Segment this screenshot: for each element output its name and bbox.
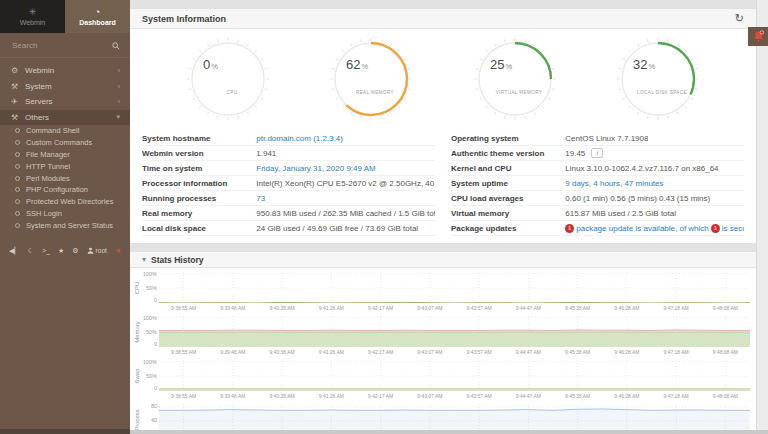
sidebar-subitem-file-manager[interactable]: File Manager [0, 149, 130, 161]
gauge-virtual-memory: 25%VIRTUAL MEMORY [471, 35, 559, 127]
info-value: 615.87 MiB used / 2.5 GiB total [565, 209, 676, 218]
moon-icon: ☾ [28, 247, 34, 255]
refresh-icon[interactable]: ↻ [735, 13, 744, 24]
info-value-link[interactable]: 9 days, 4 hours, 47 minutes [565, 179, 663, 188]
search-icon[interactable] [112, 36, 120, 54]
sidebar-subitem-command-shell[interactable]: Command Shell [0, 125, 130, 137]
gauge-local-disk-space: 32%LOCAL DISK SPACE [614, 35, 702, 127]
x-tick-label: 9:47:18 AM [652, 349, 701, 355]
logout-button[interactable]: ➔ [112, 245, 124, 257]
sidebar-item-system[interactable]: ⚒System‹ [0, 79, 130, 95]
sidebar-subitem-label: Command Shell [26, 126, 79, 135]
sidebar-search [0, 33, 130, 58]
sidebar-item-servers[interactable]: ✈Servers‹ [0, 94, 130, 110]
chart-plot-area [159, 360, 750, 391]
x-tick-label: 9:38:55 AM [159, 305, 208, 311]
x-tick-label: 9:39:46 AM [208, 305, 257, 311]
info-value-link[interactable]: is security update [722, 224, 744, 233]
main-scrollbar[interactable] [756, 0, 768, 434]
count-badge: 1 [565, 224, 574, 233]
night-mode-button[interactable]: ☾ [25, 245, 37, 257]
y-tick-label: 80 [151, 404, 157, 409]
info-value: 950.83 MiB used / 262.35 MiB cached / 1.… [256, 209, 435, 218]
tools-icon: ⚒ [10, 82, 19, 91]
sidebar-subitem-system-and-server-status[interactable]: System and Server Status [0, 219, 130, 231]
x-tick-label: 9:42:17 AM [356, 393, 405, 399]
info-row-time-on-system: Time on systemFriday, January 31, 2020 9… [142, 161, 435, 176]
chart-cpu: CPU100%50%09:38:55 AM9:39:46 AM9:40:36 A… [132, 272, 750, 313]
x-tick-label: 9:43:57 AM [455, 393, 504, 399]
x-tick-label: 9:44:47 AM [504, 305, 553, 311]
info-row-system-hostname: System hostnameptr.domain.com (1.2.3.4) [142, 131, 435, 146]
system-info-grid: System hostnameptr.domain.com (1.2.3.4)W… [130, 129, 756, 243]
sidebar-subitem-ssh-login[interactable]: SSH Login [0, 208, 130, 220]
tab-webmin[interactable]: ✳ Webmin [0, 0, 65, 33]
sidebar-subitem-label: SSH Login [26, 209, 62, 218]
bullet-icon [15, 223, 20, 228]
user-button[interactable]: root [84, 245, 110, 258]
chart-plot-area [159, 272, 750, 303]
sidebar-subitem-custom-commands[interactable]: Custom Commands [0, 137, 130, 149]
info-label: System hostname [142, 134, 256, 143]
info-label: System uptime [451, 179, 565, 188]
bullet-icon [15, 199, 20, 204]
bell-icon [753, 28, 764, 46]
bullet-icon [15, 140, 20, 145]
notifications-bell-button[interactable] [748, 27, 768, 46]
info-value-link[interactable]: package update is available, of which [576, 224, 709, 233]
info-label: Real memory [142, 209, 256, 218]
x-tick-label: 9:48:08 AM [701, 393, 750, 399]
stats-history-header[interactable]: ▾ Stats History [130, 252, 756, 268]
info-value: 0.60 (1 min) 0.56 (5 mins) 0.43 (15 mins… [565, 194, 710, 203]
x-tick-label: 9:48:08 AM [701, 305, 750, 311]
sidebar-subitem-php-configuration[interactable]: PHP Configuration [0, 184, 130, 196]
logout-icon: ➔ [115, 247, 121, 255]
user-icon [87, 247, 94, 256]
sidebar-subitem-label: Custom Commands [26, 138, 92, 147]
stats-history-title: Stats History [151, 255, 203, 265]
x-tick-label: 9:47:18 AM [652, 393, 701, 399]
sidebar-item-webmin[interactable]: ⚙Webmin‹ [0, 63, 130, 79]
terminal-button[interactable]: >_ [39, 245, 53, 257]
info-row-local-disk-space: Local disk space24 GiB used / 49.69 GiB … [142, 221, 435, 236]
x-tick-label: 9:44:47 AM [504, 393, 553, 399]
sidebar-subitem-perl-modules[interactable]: Perl Modules [0, 172, 130, 184]
chevron-icon: ‹ [118, 83, 120, 90]
x-tick-label: 9:41:26 AM [307, 393, 356, 399]
gauge-real-memory: 62%REAL MEMORY [327, 35, 415, 127]
info-value-link[interactable]: 73 [256, 194, 265, 203]
x-tick-label: 9:43:07 AM [405, 393, 454, 399]
info-value: 1.941 [256, 149, 276, 158]
wrench-icon: ⚒ [10, 113, 19, 122]
search-input[interactable] [10, 40, 106, 51]
chart-x-axis: 9:38:55 AM9:39:46 AM9:40:36 AM9:41:26 AM… [159, 391, 750, 401]
sidebar-item-others[interactable]: ⚒Others▾ [0, 110, 130, 126]
bottom-strip [130, 430, 768, 434]
info-value-link[interactable]: Friday, January 31, 2020 9:49 AM [256, 164, 375, 173]
info-value: 24 GiB used / 49.69 GiB free / 73.69 GiB… [256, 224, 418, 233]
bullet-icon [15, 128, 20, 133]
x-tick-label: 9:38:55 AM [159, 393, 208, 399]
info-row-cpu-load-averages: CPU load averages0.60 (1 min) 0.56 (5 mi… [451, 191, 744, 206]
sidebar-subitem-label: Perl Modules [26, 174, 70, 183]
sidebar-subitem-protected-web-directories[interactable]: Protected Web Directories [0, 196, 130, 208]
svg-text:CPU: CPU [226, 90, 237, 95]
x-tick-label: 9:42:17 AM [356, 349, 405, 355]
info-label: Running processes [142, 194, 256, 203]
theme-config-button[interactable]: ⚙ [69, 245, 81, 257]
y-tick-label: 40 [151, 418, 157, 423]
collapse-sidebar-button[interactable]: ◀▏ [6, 245, 23, 257]
chart-y-axis: 100%50%0 [142, 272, 159, 303]
info-value-link[interactable]: ptr.domain.com (1.2.3.4) [256, 134, 343, 143]
info-label: CPU load averages [451, 194, 565, 203]
favorites-button[interactable]: ★ [55, 245, 67, 257]
tab-dashboard[interactable]: ◔ Dashboard [65, 0, 130, 33]
info-label: Local disk space [142, 224, 256, 233]
theme-info-button[interactable]: i [591, 148, 603, 158]
bullet-icon [15, 187, 20, 192]
sidebar-subitem-label: File Manager [26, 150, 70, 159]
info-value: Intel(R) Xeon(R) CPU E5-2670 v2 @ 2.50GH… [256, 179, 435, 188]
y-tick-label: 50% [146, 286, 157, 291]
star-icon: ★ [58, 247, 64, 255]
sidebar-subitem-http-tunnel[interactable]: HTTP Tunnel [0, 160, 130, 172]
